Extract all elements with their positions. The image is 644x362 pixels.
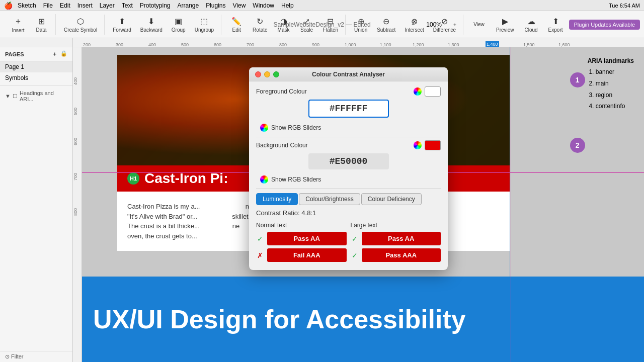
rotate-button[interactable]: ↻ Rotate [249, 15, 271, 35]
dialog-body: Foreground Colour Show RGB Sliders [249, 81, 448, 270]
zoom-out-icon: − [412, 22, 415, 27]
create-symbol-button[interactable]: ⬡ Create Symbol [60, 15, 101, 35]
menu-file[interactable]: File [43, 2, 53, 9]
rgb-fg-icon [260, 124, 268, 132]
ungroup-button[interactable]: ⬚ Ungroup [191, 15, 218, 35]
sidebar-item-page1[interactable]: Page 1 [0, 61, 72, 72]
large-pass-aa-button[interactable]: Pass AA [362, 232, 441, 245]
filter-icon: ⊙ [5, 353, 10, 359]
menu-sketch[interactable]: Sketch [18, 2, 36, 9]
preview-button[interactable]: ▶ Preview [492, 15, 518, 35]
aria-item-contentinfo: contentinfo [596, 101, 634, 112]
foreground-swatch[interactable] [425, 86, 441, 97]
aria-item-region: region [596, 89, 634, 101]
maximize-button[interactable] [273, 71, 279, 77]
normal-text-col: Normal text ✓ Pass AA ✗ Fail AAA [256, 222, 347, 265]
foreground-picker-icon[interactable] [414, 87, 422, 96]
insert-button[interactable]: ＋ Insert [7, 14, 29, 35]
plugin-updates-button[interactable]: Plugin Updates Available [569, 20, 640, 30]
main-layout: PAGES ＋ 🔒 Page 1 Symbols ▼ ☐ Headings an… [0, 47, 644, 362]
sidebar-item-symbols[interactable]: Symbols [0, 72, 72, 83]
symbol-icon: ⬡ [77, 17, 84, 26]
fail-aaa-button[interactable]: Fail AAA [267, 248, 347, 262]
aria-item-main: main [596, 78, 634, 89]
marker-1: 1 [570, 72, 585, 87]
background-hex-value: #E50000 [330, 156, 368, 166]
edit-button[interactable]: ✏️ Edit [225, 15, 248, 35]
guide-line-right [511, 47, 511, 362]
data-button[interactable]: ⊞ Data [30, 15, 52, 35]
tab-luminosity[interactable]: Luminosity [256, 193, 298, 205]
page1-label: Page 1 [5, 63, 24, 70]
minimize-button[interactable] [264, 71, 270, 77]
rotate-label: Rotate [253, 27, 267, 33]
background-hex-display[interactable]: #E50000 [308, 153, 389, 169]
export-button[interactable]: ⬆ Export [544, 15, 567, 35]
rgb-bg-icon [260, 175, 268, 184]
data-label: Data [36, 27, 46, 33]
menu-layer[interactable]: Layer [100, 2, 115, 9]
large-pass-aaa-button[interactable]: Pass AAA [362, 248, 441, 262]
sketch-toolbar: ＋ Insert ⊞ Data ⬡ Create Symbol ⬆ Forwar… [0, 11, 644, 38]
vruler-600: 600 [73, 138, 78, 145]
background-swatch[interactable] [425, 140, 441, 150]
foreground-rgb-toggle[interactable]: Show RGB Sliders [256, 122, 441, 134]
apple-menu[interactable]: 🍎 [4, 2, 13, 10]
blue-banner-text: UX/UI Design for Accessibility [93, 304, 466, 334]
vruler-800: 800 [73, 208, 78, 216]
add-page-button[interactable]: ＋ [52, 50, 57, 58]
horizontal-ruler: 200 300 400 500 600 700 800 900 1,000 1,… [0, 38, 644, 47]
view-button[interactable]: View [468, 20, 490, 29]
zoom-in-button[interactable]: ＋ [444, 19, 466, 30]
large-pass-aa-row: ✓ Pass AA [351, 232, 441, 245]
normal-pass-aa-row: ✓ Pass AA [256, 232, 347, 245]
ruler-corner [0, 38, 73, 47]
section-divider-1 [256, 137, 441, 137]
show-rgb-bg-label: Show RGB Sliders [271, 176, 321, 183]
background-controls [414, 140, 441, 150]
background-picker-icon[interactable] [414, 141, 422, 149]
document-title: SampleWebsiteDesign_v2 — Edited [273, 21, 370, 28]
zoom-out-button[interactable]: − [402, 20, 424, 29]
background-rgb-toggle[interactable]: Show RGB Sliders [256, 173, 441, 186]
menu-help[interactable]: Help [281, 2, 294, 9]
zoom-value[interactable]: 100% [426, 21, 442, 28]
sidebar-filter[interactable]: ⊙ Filter [0, 351, 72, 362]
tab-colour-deficiency[interactable]: Colour Deficiency [361, 193, 422, 205]
subtract-button[interactable]: ⊖ Subtract [373, 15, 399, 35]
menu-bar: 🍎 Sketch File Edit Insert Layer Text Pro… [0, 0, 644, 11]
normal-fail-aaa-row: ✗ Fail AAA [256, 248, 347, 262]
menu-prototyping[interactable]: Prototyping [140, 2, 171, 9]
menu-window[interactable]: Window [253, 2, 274, 9]
group-label: Group [172, 27, 186, 33]
menu-edit[interactable]: Edit [60, 2, 70, 9]
cloud-button[interactable]: ☁ Cloud [520, 15, 542, 35]
rotate-icon: ↻ [257, 17, 263, 26]
menu-insert[interactable]: Insert [77, 2, 93, 9]
close-button[interactable] [255, 71, 261, 77]
filter-label: Filter [11, 353, 23, 359]
tab-colour-brightness[interactable]: Colour/Brightness [299, 193, 360, 205]
menu-text[interactable]: Text [122, 2, 133, 9]
forward-button[interactable]: ⬆ Forward [109, 15, 135, 35]
vruler-400: 400 [73, 77, 78, 85]
foreground-hex-input[interactable] [308, 100, 389, 118]
lock-page-button[interactable]: 🔒 [60, 50, 67, 58]
menu-view[interactable]: View [233, 2, 246, 9]
pass-aa-icon: ✓ [256, 235, 264, 243]
group-button[interactable]: ▣ Group [168, 15, 190, 35]
checkbox-icon: ☐ [13, 93, 18, 100]
foreground-controls [414, 86, 441, 97]
view-label: View [473, 22, 485, 27]
sidebar-layers-item[interactable]: ▼ ☐ Headings and ARI... [0, 88, 72, 104]
menu-arrange[interactable]: Arrange [177, 2, 199, 9]
large-pass-aa-icon: ✓ [351, 235, 359, 243]
pass-aa-button[interactable]: Pass AA [267, 232, 347, 245]
forward-icon: ⬆ [119, 17, 125, 26]
canvas-area[interactable]: 400 500 600 700 800 H1 Cast-Iron Pi: Cas… [73, 47, 644, 362]
cloud-icon: ☁ [527, 17, 535, 26]
backward-button[interactable]: ⬇ Backward [136, 15, 167, 35]
export-icon: ⬆ [552, 17, 559, 26]
menu-plugins[interactable]: Plugins [206, 2, 225, 9]
show-rgb-fg-label: Show RGB Sliders [271, 124, 321, 131]
